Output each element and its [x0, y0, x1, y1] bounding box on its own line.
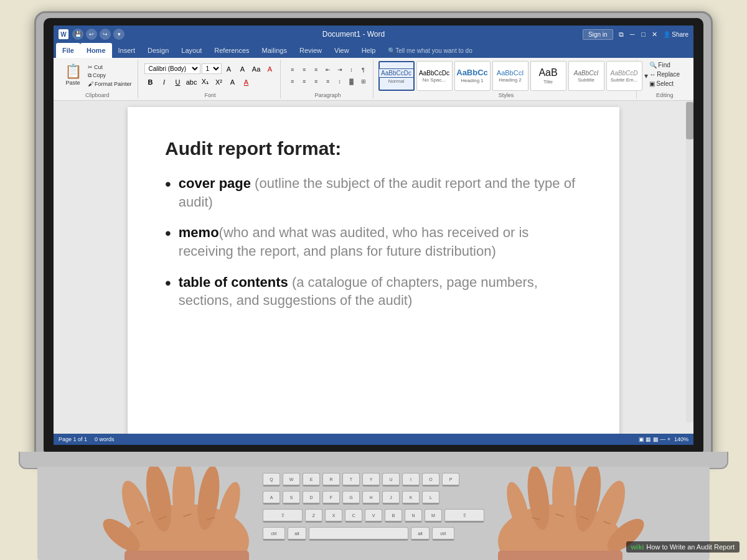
show-marks-button[interactable]: ¶	[358, 65, 369, 75]
clear-format-button[interactable]: A	[264, 63, 276, 75]
key-alt-right[interactable]: alt	[411, 527, 430, 541]
key-f[interactable]: F	[322, 491, 340, 505]
tab-references[interactable]: References	[208, 43, 255, 58]
align-left-button[interactable]: ≡	[287, 77, 298, 86]
style-heading1[interactable]: AaBbCc Heading 1	[454, 61, 491, 91]
key-c[interactable]: C	[345, 509, 362, 523]
numbering-button[interactable]: ≡	[299, 65, 310, 75]
style-heading2[interactable]: AaBbCcI Heading 2	[492, 61, 529, 91]
item-light-text: (who and what was audited, who has recei…	[179, 225, 529, 259]
scrollbar-thumb[interactable]	[686, 102, 693, 139]
subscript-button[interactable]: X₁	[199, 77, 212, 88]
key-ctrl-right[interactable]: ctrl	[432, 527, 454, 541]
change-case-button[interactable]: Aa	[250, 63, 263, 75]
bold-button[interactable]: B	[144, 77, 157, 88]
justify-button[interactable]: ≡	[322, 77, 334, 86]
sort-button[interactable]: ↕	[346, 65, 357, 75]
item-bold-text: memo	[179, 225, 219, 240]
tab-design[interactable]: Design	[141, 43, 175, 58]
key-u[interactable]: U	[382, 473, 400, 487]
key-v[interactable]: V	[365, 509, 382, 523]
key-t[interactable]: T	[342, 473, 360, 487]
bullet-icon: •	[165, 274, 171, 310]
cut-button[interactable]: ✂ Cut	[86, 63, 134, 71]
style-no-space-label: No Spac...	[423, 77, 446, 83]
key-i[interactable]: I	[402, 473, 420, 487]
undo-icon[interactable]: ↩	[86, 29, 97, 40]
style-no-space[interactable]: AaBbCcDc No Spac...	[416, 61, 453, 91]
tab-file[interactable]: File	[56, 43, 80, 58]
customize-icon[interactable]: ▾	[113, 29, 125, 40]
key-o[interactable]: O	[422, 473, 439, 487]
key-h[interactable]: H	[362, 491, 380, 505]
font-family-select[interactable]: Calibri (Body)	[144, 63, 200, 74]
shading-button[interactable]: ▓	[346, 77, 357, 86]
style-title[interactable]: AaB Title	[530, 61, 566, 91]
align-center-button[interactable]: ≡	[299, 77, 310, 86]
style-subtitle[interactable]: AaBbCcI Subtitle	[568, 61, 604, 91]
share-button[interactable]: 👤 Share	[663, 31, 688, 38]
word-count: 0 words	[95, 436, 115, 442]
clipboard-section: 📋 Paste ✂ Cut ⧉ Copy	[57, 60, 138, 98]
key-x[interactable]: X	[325, 509, 342, 523]
key-b[interactable]: B	[385, 509, 402, 523]
superscript-button[interactable]: X²	[213, 77, 225, 88]
style-heading2-preview: AaBbCcI	[497, 69, 524, 77]
tell-me-field[interactable]: 🔍 Tell me what you want to do	[382, 43, 478, 58]
close-icon[interactable]: ✕	[651, 30, 659, 39]
key-j[interactable]: J	[382, 491, 400, 505]
key-z[interactable]: Z	[305, 509, 322, 523]
tab-layout[interactable]: Layout	[175, 43, 208, 58]
strikethrough-button[interactable]: abc	[186, 77, 198, 88]
key-y[interactable]: Y	[362, 473, 380, 487]
border-button[interactable]: ⊞	[358, 77, 369, 86]
copy-button[interactable]: ⧉ Copy	[86, 72, 134, 80]
align-right-button[interactable]: ≡	[311, 77, 322, 86]
key-l[interactable]: L	[422, 491, 439, 505]
key-k[interactable]: K	[402, 491, 420, 505]
highlight-button[interactable]: A	[227, 77, 239, 88]
title-bar-right: Sign in ⧉ ─ □ ✕ 👤 Share	[583, 29, 688, 40]
bullets-button[interactable]: ≡	[287, 65, 298, 75]
key-m[interactable]: M	[425, 509, 442, 523]
title-bar: W 💾 ↩ ↪ ▾ Document1 - Word Sign in ⧉ ─ □	[54, 26, 693, 43]
find-button[interactable]: 🔍 Find	[647, 61, 682, 69]
increase-indent-button[interactable]: ⇥	[334, 65, 345, 75]
replace-button[interactable]: ↔ Replace	[647, 70, 682, 78]
tab-view[interactable]: View	[328, 43, 355, 58]
italic-button[interactable]: I	[158, 77, 171, 88]
format-painter-button[interactable]: 🖌 Format Painter	[86, 80, 134, 88]
tab-help[interactable]: Help	[355, 43, 382, 58]
vertical-scrollbar[interactable]	[686, 101, 693, 422]
tab-review[interactable]: Review	[293, 43, 328, 58]
tab-home[interactable]: Home	[80, 43, 112, 58]
keyboard-row-1: Q W E R T Y U I O P	[263, 473, 484, 487]
font-color-button[interactable]: A	[240, 77, 253, 88]
maximize-icon[interactable]: □	[639, 30, 648, 39]
underline-button[interactable]: U	[172, 77, 184, 88]
key-r[interactable]: R	[322, 473, 340, 487]
minimize-icon[interactable]: ─	[628, 30, 637, 39]
restore-window-icon[interactable]: ⧉	[617, 30, 626, 39]
key-g[interactable]: G	[342, 491, 360, 505]
tab-insert[interactable]: Insert	[112, 43, 142, 58]
select-button[interactable]: ▣ Select	[647, 80, 682, 88]
font-size-select[interactable]: 11	[202, 63, 222, 74]
paste-button[interactable]: 📋 Paste	[61, 60, 85, 90]
shrink-font-button[interactable]: A	[237, 63, 249, 75]
line-spacing-button[interactable]: ↕	[334, 77, 345, 86]
redo-icon[interactable]: ↪	[100, 29, 111, 40]
key-space[interactable]	[309, 527, 408, 541]
save-icon[interactable]: 💾	[72, 29, 83, 40]
key-n[interactable]: N	[405, 509, 422, 523]
key-e[interactable]: E	[303, 473, 320, 487]
style-subtle-em[interactable]: AaBbCcD Subtle Em...	[606, 61, 642, 91]
tab-mailings[interactable]: Mailings	[256, 43, 293, 58]
style-normal[interactable]: AaBbCcDc Normal	[378, 61, 415, 91]
document-page[interactable]: Audit report format: • cover page (outli…	[128, 107, 619, 434]
sign-in-button[interactable]: Sign in	[583, 29, 613, 40]
key-d[interactable]: D	[303, 491, 320, 505]
grow-font-button[interactable]: A	[223, 63, 235, 75]
decrease-indent-button[interactable]: ⇤	[322, 65, 334, 75]
multilevel-button[interactable]: ≡	[311, 65, 322, 75]
